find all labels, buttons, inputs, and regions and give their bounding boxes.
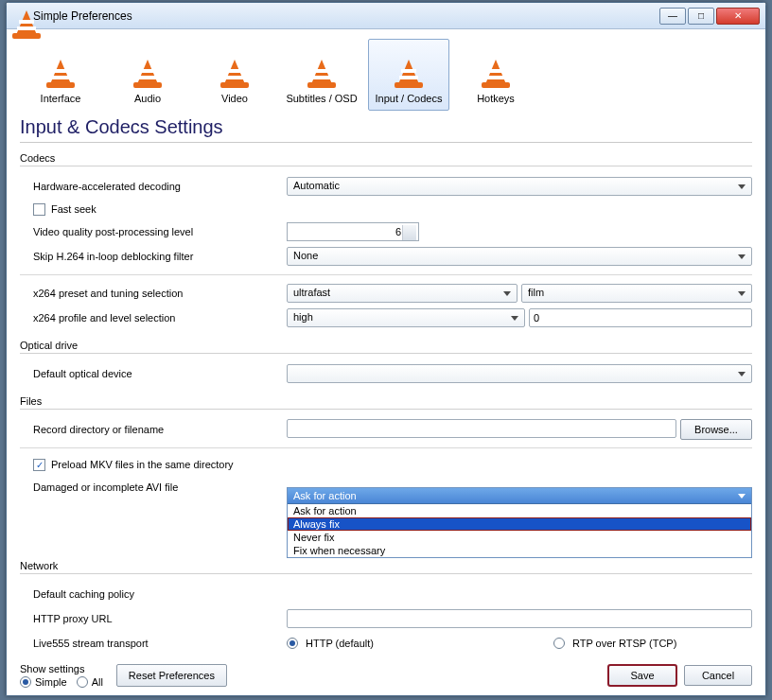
category-tabs: Interface Audio Video Subtitles / OSD In… [20,39,752,111]
avi-option[interactable]: Fix when necessary [288,544,751,557]
maximize-button[interactable]: □ [688,8,714,25]
record-dir-input[interactable] [287,419,676,438]
headphones-icon [129,55,167,93]
hw-decode-select[interactable]: Automatic [287,177,752,196]
skip-h264-label: Skip H.264 in-loop deblocking filter [20,251,287,262]
x264-level-input[interactable] [529,308,752,327]
tab-subtitles[interactable]: Subtitles / OSD [281,39,362,111]
hw-decode-label: Hardware-accelerated decoding [20,181,287,192]
preferences-window: Simple Preferences — □ ✕ Interface Audio… [6,2,766,696]
content-area: Interface Audio Video Subtitles / OSD In… [7,29,765,663]
show-all-radio[interactable]: All [77,676,103,688]
tab-input-codecs[interactable]: Input / Codecs [368,39,449,111]
checkbox-icon [33,203,45,216]
film-icon [216,55,254,93]
group-codecs-title: Codecs [20,152,752,164]
group-files-title: Files [20,395,752,407]
avi-select-open[interactable]: Ask for action Ask for action Always fix… [287,487,752,558]
window-title: Simple Preferences [33,9,659,23]
optical-device-label: Default optical device [20,368,287,379]
reset-preferences-button[interactable]: Reset Preferences [116,664,227,687]
live555-rtp-radio[interactable]: RTP over RTSP (TCP) [553,638,676,649]
footer: Show settings Simple All Reset Preferenc… [20,663,752,688]
group-network-title: Network [20,560,752,571]
tab-audio[interactable]: Audio [107,39,188,111]
minimize-button[interactable]: — [659,8,686,25]
preload-mkv-checkbox[interactable]: ✓ Preload MKV files in the same director… [20,454,752,475]
avi-option[interactable]: Ask for action [288,504,751,517]
show-simple-radio[interactable]: Simple [20,676,67,688]
record-dir-label: Record directory or filename [20,424,287,435]
codec-icon [390,55,428,93]
group-optical-title: Optical drive [20,340,752,351]
page-title: Input & Codecs Settings [20,116,752,138]
show-settings-group: Show settings Simple All [20,663,103,688]
close-button[interactable]: ✕ [716,8,760,25]
pp-level-spinner[interactable]: 6 [287,222,419,241]
avi-select-header[interactable]: Ask for action [288,488,751,504]
save-button[interactable]: Save [608,665,676,686]
avi-option[interactable]: Never fix [288,531,751,544]
live555-label: Live555 stream transport [20,638,287,649]
app-icon [12,9,27,24]
x264-preset-label: x264 preset and tuning selection [20,288,287,299]
x264-tune-select[interactable]: film [521,284,752,303]
tab-interface[interactable]: Interface [20,39,101,111]
fast-seek-checkbox[interactable]: Fast seek [20,199,752,219]
optical-device-select[interactable] [287,364,752,383]
radio-on-icon [20,676,31,688]
titlebar[interactable]: Simple Preferences — □ ✕ [7,3,765,29]
browse-button[interactable]: Browse... [680,419,752,440]
x264-preset-select[interactable]: ultrafast [287,284,518,303]
cone-icon [42,55,79,93]
hotkey-icon [477,55,515,93]
avi-label: Damaged or incomplete AVI file [20,481,287,493]
radio-on-icon [287,638,298,649]
tab-hotkeys[interactable]: Hotkeys [455,39,536,111]
live555-http-radio[interactable]: HTTP (default) [287,638,374,649]
proxy-label: HTTP proxy URL [20,613,287,624]
checkbox-checked-icon: ✓ [33,459,45,471]
skip-h264-select[interactable]: None [287,247,752,266]
tab-video[interactable]: Video [194,39,275,111]
proxy-input[interactable] [287,609,752,628]
show-settings-label: Show settings [20,663,103,674]
x264-profile-select[interactable]: high [287,308,525,327]
radio-off-icon [553,638,565,649]
radio-off-icon [77,676,88,688]
subtitle-icon [303,55,341,93]
x264-profile-label: x264 profile and level selection [20,312,287,324]
caching-label: Default caching policy [20,588,287,600]
avi-option-highlight[interactable]: Always fix [288,517,751,531]
cancel-button[interactable]: Cancel [684,665,752,686]
pp-level-label: Video quality post-processing level [20,226,287,237]
